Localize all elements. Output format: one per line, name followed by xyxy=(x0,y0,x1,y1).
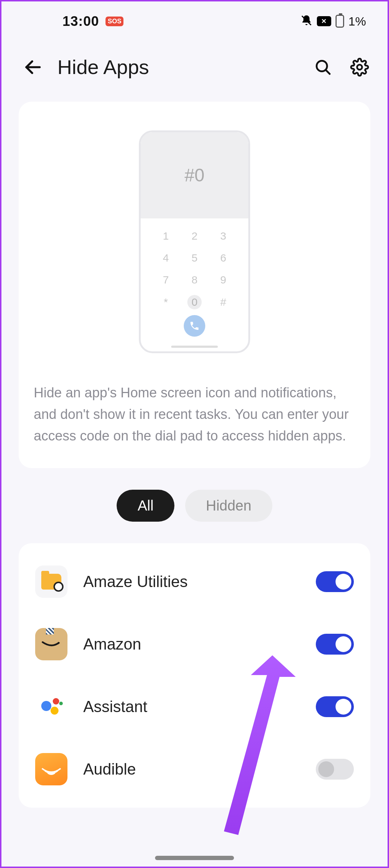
notifications-off-icon xyxy=(300,14,313,28)
phone-icon xyxy=(189,320,200,331)
audible-icon xyxy=(40,758,63,781)
app-row-amazon: Amazon xyxy=(19,613,370,675)
toggle-assistant[interactable] xyxy=(316,696,354,717)
sos-badge: SOS xyxy=(106,17,123,26)
amazon-smile-icon xyxy=(41,641,61,648)
toggle-audible[interactable] xyxy=(316,759,354,780)
app-icon xyxy=(35,565,67,598)
close-box-icon: ✕ xyxy=(317,16,331,26)
tab-all[interactable]: All xyxy=(117,490,174,522)
battery-icon xyxy=(336,15,344,28)
dial-key: 5 xyxy=(180,248,209,268)
search-icon xyxy=(314,58,332,76)
filter-tabs: All Hidden xyxy=(1,490,388,522)
info-description: Hide an app's Home screen icon and notif… xyxy=(34,382,355,447)
app-row-amaze-utilities: Amaze Utilities xyxy=(19,550,370,613)
dial-key: 6 xyxy=(209,248,238,268)
dial-key: * xyxy=(151,292,180,312)
svg-point-4 xyxy=(357,65,362,70)
call-button-illustration xyxy=(151,314,238,341)
page-header: Hide Apps xyxy=(1,41,388,97)
google-assistant-icon xyxy=(41,696,62,717)
app-row-audible: Audible xyxy=(19,738,370,800)
arrow-left-icon xyxy=(23,57,43,77)
dial-key: 7 xyxy=(151,270,180,290)
app-icon xyxy=(35,628,67,660)
status-bar: 13:00 SOS ✕ 1% xyxy=(1,1,388,41)
app-list: Amaze Utilities Amazon Assistant Audible xyxy=(19,543,370,808)
dial-key: 2 xyxy=(180,226,209,246)
back-button[interactable] xyxy=(23,57,43,77)
dial-key: 1 xyxy=(151,226,180,246)
app-name: Audible xyxy=(83,760,300,778)
page-title: Hide Apps xyxy=(57,55,299,79)
dial-key: 4 xyxy=(151,248,180,268)
app-name: Amaze Utilities xyxy=(83,573,300,591)
dial-key: 9 xyxy=(209,270,238,290)
gesture-bar xyxy=(155,856,234,860)
app-name: Amazon xyxy=(83,635,300,653)
app-icon xyxy=(35,753,67,785)
toggle-amazon[interactable] xyxy=(316,634,354,655)
dial-key: 8 xyxy=(180,270,209,290)
dial-key: 3 xyxy=(209,226,238,246)
app-row-assistant: Assistant xyxy=(19,675,370,738)
tab-hidden[interactable]: Hidden xyxy=(185,490,272,522)
settings-button[interactable] xyxy=(350,57,370,77)
dial-key: 0 xyxy=(180,292,209,312)
app-icon xyxy=(35,691,67,723)
svg-line-3 xyxy=(325,70,329,74)
app-name: Assistant xyxy=(83,698,300,716)
toggle-amaze-utilities[interactable] xyxy=(316,571,354,592)
status-clock: 13:00 xyxy=(62,14,99,29)
dial-display: #0 xyxy=(141,132,248,218)
dialpad-illustration: #0 1 2 3 4 5 6 7 8 9 * 0 # xyxy=(139,130,250,353)
dial-key: # xyxy=(209,292,238,312)
battery-percent: 1% xyxy=(348,14,366,28)
gear-icon xyxy=(350,58,369,77)
info-card: #0 1 2 3 4 5 6 7 8 9 * 0 # Hide an app's… xyxy=(19,102,370,468)
search-button[interactable] xyxy=(313,57,333,77)
